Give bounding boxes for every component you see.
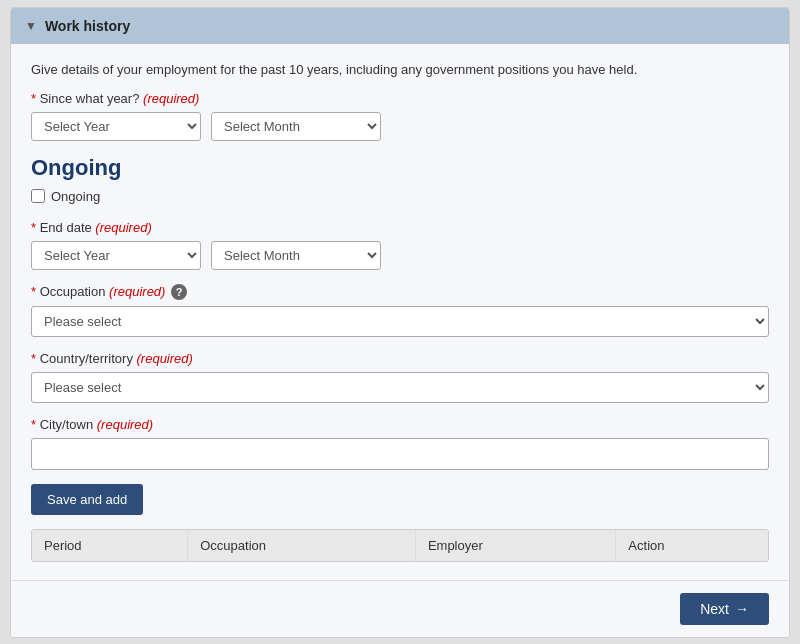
ongoing-title: Ongoing [31,155,769,181]
work-history-table: Period Occupation Employer Action [31,529,769,562]
panel-title: Work history [45,18,130,34]
end-month-select[interactable]: Select Month January February March Apri… [211,241,381,270]
city-input[interactable] [31,438,769,470]
work-history-panel: ▼ Work history Give details of your empl… [10,7,790,638]
table-header-row: Period Occupation Employer Action [32,530,768,561]
col-action: Action [616,530,768,561]
end-year-select[interactable]: Select Year 2023 2022 2021 2020 [31,241,201,270]
ongoing-checkbox[interactable] [31,189,45,203]
since-year-label: * Since what year? (required) [31,91,769,106]
ongoing-checkbox-row: Ongoing [31,189,769,204]
panel-body: Give details of your employment for the … [11,44,789,580]
city-label: * City/town (required) [31,417,769,432]
occupation-label: * Occupation (required) ? [31,284,769,300]
ongoing-checkbox-label: Ongoing [51,189,100,204]
collapse-icon[interactable]: ▼ [25,19,37,33]
footer-row: Next → [11,580,789,637]
save-add-button[interactable]: Save and add [31,484,143,515]
panel-header: ▼ Work history [11,8,789,44]
end-date-label: * End date (required) [31,220,769,235]
occupation-help-icon[interactable]: ? [171,284,187,300]
country-label: * Country/territory (required) [31,351,769,366]
since-month-select[interactable]: Select Month January February March Apri… [211,112,381,141]
since-year-select[interactable]: Select Year 2023 2022 2021 2020 2019 201… [31,112,201,141]
since-date-row: Select Year 2023 2022 2021 2020 2019 201… [31,112,769,141]
next-arrow-icon: → [735,601,749,617]
country-select[interactable]: Please select [31,372,769,403]
col-occupation: Occupation [188,530,416,561]
description-text: Give details of your employment for the … [31,62,769,77]
col-period: Period [32,530,188,561]
end-date-row: Select Year 2023 2022 2021 2020 Select M… [31,241,769,270]
occupation-select[interactable]: Please select [31,306,769,337]
col-employer: Employer [415,530,615,561]
next-button[interactable]: Next → [680,593,769,625]
